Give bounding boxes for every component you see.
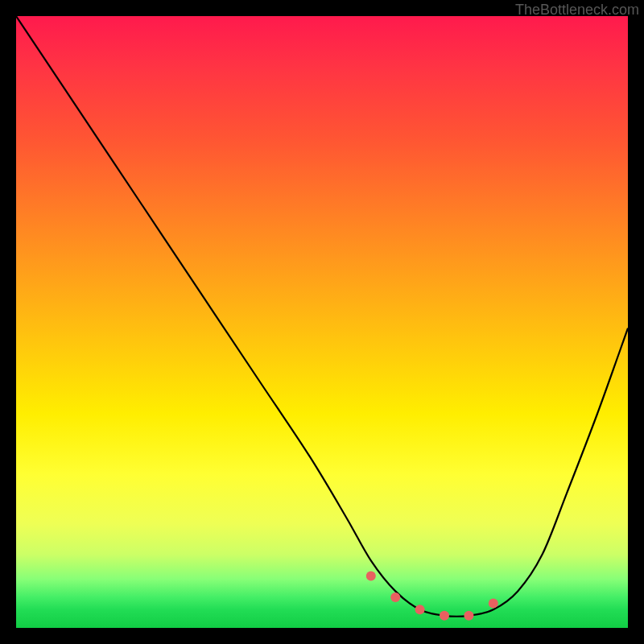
marker-point	[440, 611, 449, 621]
chart-container: TheBottleneck.com	[0, 0, 644, 644]
marker-point	[390, 592, 400, 602]
watermark-text: TheBottleneck.com	[515, 2, 639, 19]
marker-point	[489, 599, 498, 609]
marker-point	[464, 611, 473, 621]
optimal-range-markers	[16, 16, 628, 628]
marker-point	[415, 605, 425, 614]
plot-area	[16, 16, 628, 628]
marker-point	[366, 571, 376, 580]
